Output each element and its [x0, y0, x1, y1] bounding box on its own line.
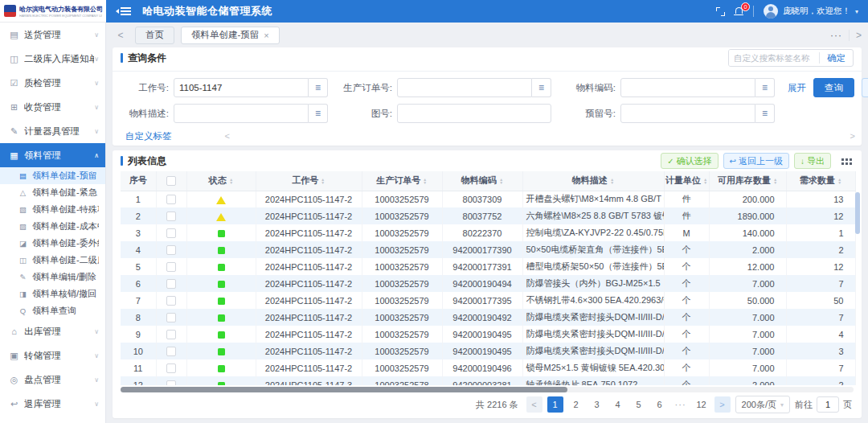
tab-home[interactable]: 首页: [135, 27, 174, 44]
search-button[interactable]: 查询: [813, 78, 854, 97]
row-checkbox[interactable]: [166, 212, 176, 221]
prev-page-button[interactable]: <: [526, 396, 542, 413]
row-checkbox[interactable]: [166, 330, 176, 339]
sidebar-item[interactable]: ⊞ 收货管理 ∨: [0, 95, 105, 119]
confirm-button[interactable]: 确定: [820, 52, 853, 64]
row-checkbox[interactable]: [166, 296, 176, 306]
page-size-select[interactable]: 200条/页 ▾: [735, 396, 790, 413]
close-icon[interactable]: ×: [264, 31, 268, 40]
expand-link[interactable]: 展开: [788, 82, 806, 94]
vertical-scrollbar[interactable]: [855, 192, 860, 384]
tag-scroll-right-icon[interactable]: >: [850, 131, 855, 141]
col-material-code[interactable]: 物料编码▲▼: [442, 171, 522, 191]
table-row[interactable]: 11 2024HPC1105-1147-2 10003252579 942000…: [121, 359, 855, 376]
order-no-input[interactable]: [397, 78, 532, 97]
sidebar-item[interactable]: △ 领料单创建-紧急: [0, 184, 105, 201]
sidebar-collapse-button[interactable]: [116, 9, 131, 14]
select-all-checkbox[interactable]: [166, 176, 176, 186]
reset-button[interactable]: 重置: [862, 78, 868, 97]
drawing-no-input[interactable]: [397, 104, 551, 123]
sidebar-item[interactable]: ▤ 领料单创建-预留: [0, 167, 105, 184]
user-menu[interactable]: 庞晓明，欢迎您！ ▾: [764, 4, 858, 18]
table-row[interactable]: 9 2024HPC1105-1147-2 10003252579 9420001…: [121, 326, 855, 343]
table-row[interactable]: 2 2024HPC1105-1147-2 10003252579 8003775…: [121, 207, 855, 224]
order-no-filter-icon[interactable]: ≡: [532, 78, 551, 97]
row-checkbox[interactable]: [166, 262, 176, 272]
page-number[interactable]: 3: [589, 396, 605, 413]
material-code-input[interactable]: [620, 78, 755, 97]
row-checkbox[interactable]: [166, 195, 176, 204]
table-row[interactable]: 7 2024HPC1105-1147-2 10003252579 9420001…: [121, 292, 855, 309]
reserve-no-input[interactable]: [620, 104, 755, 123]
page-number[interactable]: 5: [631, 396, 647, 413]
sidebar-item[interactable]: ▧ 领料单创建-特殊项目: [0, 201, 105, 218]
back-up-level-button[interactable]: ↩返回上一级: [723, 153, 789, 169]
vertical-scrollbar-thumb[interactable]: [855, 192, 860, 234]
page-number[interactable]: ···: [673, 396, 689, 413]
column-settings-icon[interactable]: [839, 154, 854, 168]
material-desc-input[interactable]: [174, 104, 309, 123]
col-work-no[interactable]: 工作号▲▼: [256, 171, 362, 191]
custom-tag-name-input[interactable]: [729, 50, 819, 66]
sidebar-item[interactable]: ⌂ 出库管理 ∨: [0, 319, 105, 343]
sidebar-item[interactable]: ↩ 退库管理 ∨: [0, 392, 105, 416]
notification-bell-icon[interactable]: 0: [735, 7, 743, 15]
page-number[interactable]: 12: [694, 396, 710, 413]
work-no-input[interactable]: [174, 78, 309, 97]
page-number[interactable]: 4: [610, 396, 626, 413]
row-checkbox[interactable]: [166, 347, 176, 356]
row-checkbox[interactable]: [166, 245, 176, 255]
sidebar-item[interactable]: ◫ 二级库入库通知单 ∨: [0, 47, 105, 71]
tab-scroll-left-button[interactable]: <: [113, 27, 129, 43]
material-code-filter-icon[interactable]: ≡: [755, 78, 775, 97]
sidebar-item[interactable]: ☑ 质检管理 ∨: [0, 71, 105, 95]
page-number[interactable]: 1: [547, 396, 563, 413]
reserve-no-filter-icon[interactable]: ≡: [755, 104, 775, 123]
fullscreen-icon[interactable]: [716, 7, 725, 16]
table-row[interactable]: 6 2024HPC1105-1147-2 10003252579 9420001…: [121, 275, 855, 292]
table-row[interactable]: 3 2024HPC1105-1147-2 10003252579 8022237…: [121, 224, 855, 241]
table-row[interactable]: 8 2024HPC1105-1147-2 10003252579 9420001…: [121, 309, 855, 326]
row-checkbox[interactable]: [166, 279, 176, 289]
sidebar-item[interactable]: ✎ 计量器具管理 ∨: [0, 119, 105, 143]
sidebar-item[interactable]: ▤ 送货管理 ∨: [0, 23, 105, 47]
custom-tag-link[interactable]: 自定义标签: [125, 130, 172, 142]
tab-scroll-right-button[interactable]: >: [849, 30, 862, 41]
row-checkbox[interactable]: [166, 313, 176, 322]
col-unit[interactable]: 计量单位▲▼: [664, 171, 709, 191]
sidebar-item[interactable]: ◫ 领料单创建-二级库: [0, 252, 105, 269]
export-button[interactable]: ↓导出: [794, 153, 831, 169]
table-row[interactable]: 4 2024HPC1105-1147-2 10003252579 9420001…: [121, 241, 855, 258]
next-page-button[interactable]: >: [714, 396, 731, 413]
page-number[interactable]: 2: [568, 396, 584, 413]
tab-active[interactable]: 领料单创建-预留 ×: [181, 27, 280, 44]
goto-page-input[interactable]: [817, 396, 839, 413]
horizontal-scrollbar-thumb[interactable]: [121, 387, 567, 392]
material-desc-filter-icon[interactable]: ≡: [309, 104, 328, 123]
col-stock-qty[interactable]: 可用库存数量▲▼: [709, 171, 786, 191]
col-demand-qty[interactable]: 需求数量▲▼: [786, 171, 855, 191]
page-number[interactable]: 6: [652, 396, 668, 413]
sidebar-item[interactable]: ▣ 转储管理 ∨: [0, 343, 105, 368]
table-row[interactable]: 5 2024HPC1105-1147-2 10003252579 9420001…: [121, 258, 855, 275]
tag-scroll-left-icon[interactable]: <: [225, 131, 230, 141]
sidebar-item[interactable]: ▨ 领料单创建-成本中心: [0, 218, 105, 235]
sidebar-item[interactable]: ▦ 领料管理 ∧: [0, 143, 105, 167]
sidebar-item[interactable]: ◪ 领料单创建-委外组件: [0, 235, 105, 252]
horizontal-scrollbar[interactable]: [121, 387, 854, 392]
work-no-filter-icon[interactable]: ≡: [309, 78, 328, 97]
confirm-select-button[interactable]: ✓确认选择: [661, 153, 718, 169]
table-row[interactable]: 1 2024HPC1105-1147-2 10003252579 8003730…: [121, 191, 855, 207]
row-checkbox[interactable]: [166, 363, 176, 373]
col-status[interactable]: 状态▲▼: [186, 171, 256, 191]
row-checkbox[interactable]: [166, 380, 176, 385]
tab-more-button[interactable]: ···: [830, 30, 842, 41]
table-row[interactable]: 10 2024HPC1105-1147-2 10003252579 942000…: [121, 343, 855, 359]
col-order-no[interactable]: 生产订单号▲▼: [362, 171, 442, 191]
row-checkbox[interactable]: [166, 228, 176, 238]
table-row[interactable]: 12 2024HPC1105-1147-3 10003252578 942000…: [121, 376, 855, 385]
sidebar-item[interactable]: ◎ 盘点管理 ∨: [0, 368, 105, 392]
sidebar-item[interactable]: ✎ 领料单编辑/删除: [0, 269, 105, 285]
col-material-desc[interactable]: 物料描述▲▼: [522, 171, 664, 191]
sidebar-item[interactable]: ◨ 领料单核销/撤回: [0, 285, 105, 302]
